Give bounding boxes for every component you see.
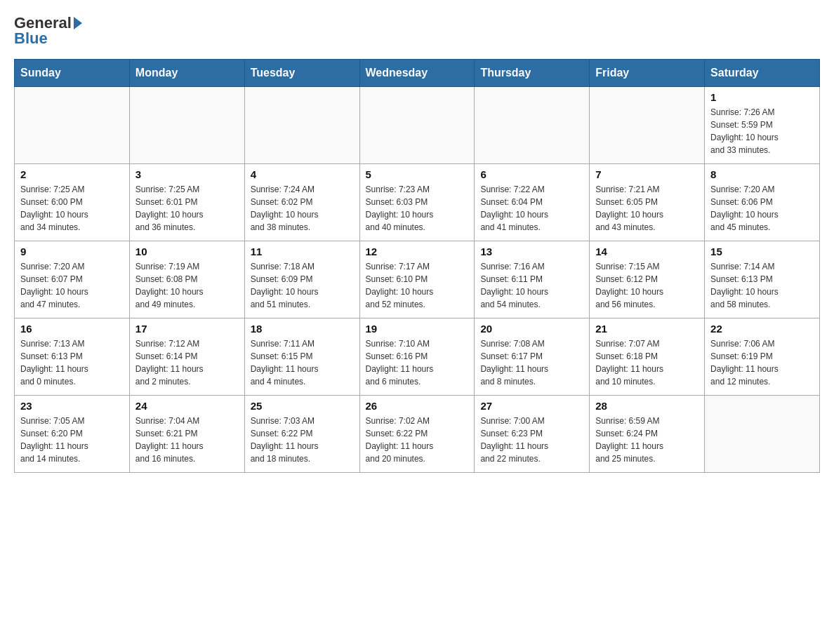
day-info: Sunrise: 7:05 AM Sunset: 6:20 PM Dayligh…	[20, 415, 124, 465]
calendar-cell	[475, 87, 590, 164]
logo-arrow-icon	[74, 17, 82, 29]
day-number: 7	[595, 168, 699, 180]
days-header-row: SundayMondayTuesdayWednesdayThursdayFrid…	[15, 60, 820, 87]
calendar-cell: 21Sunrise: 7:07 AM Sunset: 6:18 PM Dayli…	[590, 318, 705, 396]
day-info: Sunrise: 7:16 AM Sunset: 6:11 PM Dayligh…	[480, 260, 583, 311]
day-header-friday: Friday	[590, 60, 705, 87]
day-info: Sunrise: 7:00 AM Sunset: 6:23 PM Dayligh…	[480, 415, 583, 465]
calendar-cell: 6Sunrise: 7:22 AM Sunset: 6:04 PM Daylig…	[475, 164, 590, 241]
calendar-cell	[15, 87, 130, 164]
calendar-cell: 16Sunrise: 7:13 AM Sunset: 6:13 PM Dayli…	[15, 318, 130, 396]
day-info: Sunrise: 7:26 AM Sunset: 5:59 PM Dayligh…	[710, 106, 814, 156]
calendar-cell: 2Sunrise: 7:25 AM Sunset: 6:00 PM Daylig…	[15, 164, 130, 241]
day-header-tuesday: Tuesday	[244, 60, 359, 87]
calendar-cell: 1Sunrise: 7:26 AM Sunset: 5:59 PM Daylig…	[705, 87, 820, 164]
day-number: 9	[20, 246, 124, 257]
calendar-cell: 11Sunrise: 7:18 AM Sunset: 6:09 PM Dayli…	[244, 241, 359, 318]
day-number: 2	[20, 168, 124, 180]
day-number: 11	[251, 246, 354, 257]
day-header-monday: Monday	[129, 60, 244, 87]
day-info: Sunrise: 7:13 AM Sunset: 6:13 PM Dayligh…	[20, 337, 124, 388]
day-info: Sunrise: 7:20 AM Sunset: 6:06 PM Dayligh…	[710, 183, 814, 234]
calendar-cell: 19Sunrise: 7:10 AM Sunset: 6:16 PM Dayli…	[359, 318, 475, 396]
day-header-wednesday: Wednesday	[359, 60, 475, 87]
day-number: 14	[595, 246, 699, 257]
day-number: 5	[366, 168, 469, 180]
day-number: 21	[595, 323, 699, 335]
day-info: Sunrise: 7:21 AM Sunset: 6:05 PM Dayligh…	[595, 183, 699, 234]
calendar-cell	[244, 87, 359, 164]
calendar-cell: 9Sunrise: 7:20 AM Sunset: 6:07 PM Daylig…	[15, 241, 130, 318]
calendar-cell	[590, 87, 705, 164]
day-info: Sunrise: 7:19 AM Sunset: 6:08 PM Dayligh…	[135, 260, 239, 311]
calendar-cell: 28Sunrise: 6:59 AM Sunset: 6:24 PM Dayli…	[590, 396, 705, 473]
day-number: 28	[595, 400, 699, 412]
day-number: 23	[20, 400, 124, 412]
day-info: Sunrise: 7:14 AM Sunset: 6:13 PM Dayligh…	[710, 260, 814, 311]
day-header-saturday: Saturday	[705, 60, 820, 87]
calendar-cell: 15Sunrise: 7:14 AM Sunset: 6:13 PM Dayli…	[705, 241, 820, 318]
week-row-5: 23Sunrise: 7:05 AM Sunset: 6:20 PM Dayli…	[15, 396, 820, 473]
day-info: Sunrise: 7:20 AM Sunset: 6:07 PM Dayligh…	[20, 260, 124, 311]
day-header-thursday: Thursday	[475, 60, 590, 87]
day-info: Sunrise: 7:06 AM Sunset: 6:19 PM Dayligh…	[710, 337, 814, 388]
week-row-3: 9Sunrise: 7:20 AM Sunset: 6:07 PM Daylig…	[15, 241, 820, 318]
week-row-1: 1Sunrise: 7:26 AM Sunset: 5:59 PM Daylig…	[15, 87, 820, 164]
day-number: 10	[135, 246, 239, 257]
day-number: 26	[366, 400, 469, 412]
day-info: Sunrise: 7:08 AM Sunset: 6:17 PM Dayligh…	[480, 337, 583, 388]
day-number: 4	[251, 168, 354, 180]
day-info: Sunrise: 7:10 AM Sunset: 6:16 PM Dayligh…	[366, 337, 469, 388]
day-number: 25	[251, 400, 354, 412]
week-row-4: 16Sunrise: 7:13 AM Sunset: 6:13 PM Dayli…	[15, 318, 820, 396]
day-info: Sunrise: 7:17 AM Sunset: 6:10 PM Dayligh…	[366, 260, 469, 311]
logo: General Blue	[14, 14, 84, 48]
calendar-cell: 25Sunrise: 7:03 AM Sunset: 6:22 PM Dayli…	[244, 396, 359, 473]
day-number: 15	[710, 246, 814, 257]
calendar-cell: 14Sunrise: 7:15 AM Sunset: 6:12 PM Dayli…	[590, 241, 705, 318]
day-number: 13	[480, 246, 583, 257]
calendar-cell: 12Sunrise: 7:17 AM Sunset: 6:10 PM Dayli…	[359, 241, 475, 318]
calendar-cell: 4Sunrise: 7:24 AM Sunset: 6:02 PM Daylig…	[244, 164, 359, 241]
calendar-cell	[359, 87, 475, 164]
day-header-sunday: Sunday	[15, 60, 130, 87]
day-info: Sunrise: 7:04 AM Sunset: 6:21 PM Dayligh…	[135, 415, 239, 465]
day-info: Sunrise: 7:18 AM Sunset: 6:09 PM Dayligh…	[251, 260, 354, 311]
day-number: 22	[710, 323, 814, 335]
week-row-2: 2Sunrise: 7:25 AM Sunset: 6:00 PM Daylig…	[15, 164, 820, 241]
day-number: 16	[20, 323, 124, 335]
day-number: 17	[135, 323, 239, 335]
calendar-cell: 23Sunrise: 7:05 AM Sunset: 6:20 PM Dayli…	[15, 396, 130, 473]
day-number: 20	[480, 323, 583, 335]
day-info: Sunrise: 7:03 AM Sunset: 6:22 PM Dayligh…	[251, 415, 354, 465]
calendar-cell: 18Sunrise: 7:11 AM Sunset: 6:15 PM Dayli…	[244, 318, 359, 396]
day-info: Sunrise: 7:24 AM Sunset: 6:02 PM Dayligh…	[251, 183, 354, 234]
day-info: Sunrise: 7:23 AM Sunset: 6:03 PM Dayligh…	[366, 183, 469, 234]
calendar-cell: 20Sunrise: 7:08 AM Sunset: 6:17 PM Dayli…	[475, 318, 590, 396]
day-info: Sunrise: 7:07 AM Sunset: 6:18 PM Dayligh…	[595, 337, 699, 388]
calendar-cell: 22Sunrise: 7:06 AM Sunset: 6:19 PM Dayli…	[705, 318, 820, 396]
day-info: Sunrise: 7:12 AM Sunset: 6:14 PM Dayligh…	[135, 337, 239, 388]
calendar-cell: 13Sunrise: 7:16 AM Sunset: 6:11 PM Dayli…	[475, 241, 590, 318]
calendar-cell: 5Sunrise: 7:23 AM Sunset: 6:03 PM Daylig…	[359, 164, 475, 241]
day-number: 12	[366, 246, 469, 257]
calendar-cell: 8Sunrise: 7:20 AM Sunset: 6:06 PM Daylig…	[705, 164, 820, 241]
calendar-cell: 7Sunrise: 7:21 AM Sunset: 6:05 PM Daylig…	[590, 164, 705, 241]
day-info: Sunrise: 7:25 AM Sunset: 6:01 PM Dayligh…	[135, 183, 239, 234]
logo-blue-text: Blue	[14, 29, 48, 48]
calendar-cell: 26Sunrise: 7:02 AM Sunset: 6:22 PM Dayli…	[359, 396, 475, 473]
calendar-cell	[129, 87, 244, 164]
day-info: Sunrise: 7:15 AM Sunset: 6:12 PM Dayligh…	[595, 260, 699, 311]
calendar-cell: 3Sunrise: 7:25 AM Sunset: 6:01 PM Daylig…	[129, 164, 244, 241]
day-info: Sunrise: 7:11 AM Sunset: 6:15 PM Dayligh…	[251, 337, 354, 388]
day-number: 19	[366, 323, 469, 335]
day-number: 1	[710, 91, 814, 103]
calendar-cell: 24Sunrise: 7:04 AM Sunset: 6:21 PM Dayli…	[129, 396, 244, 473]
day-number: 3	[135, 168, 239, 180]
page-header: General Blue	[14, 14, 820, 48]
calendar-table: SundayMondayTuesdayWednesdayThursdayFrid…	[14, 59, 820, 473]
calendar-cell: 10Sunrise: 7:19 AM Sunset: 6:08 PM Dayli…	[129, 241, 244, 318]
day-number: 27	[480, 400, 583, 412]
day-number: 24	[135, 400, 239, 412]
day-info: Sunrise: 7:22 AM Sunset: 6:04 PM Dayligh…	[480, 183, 583, 234]
